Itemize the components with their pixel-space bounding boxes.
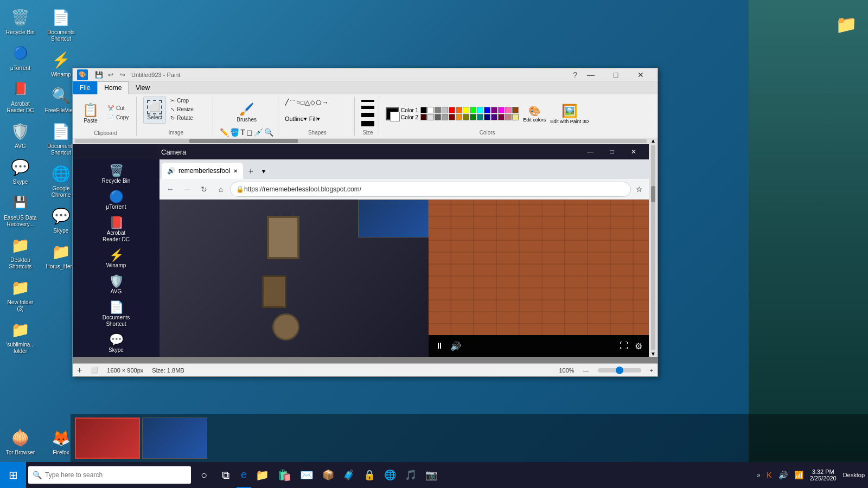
zoom-thumb[interactable] <box>616 367 623 374</box>
shape-oval[interactable]: ○ <box>296 99 300 114</box>
desktop-icon-avg[interactable]: 🛡️ AVG <box>2 118 40 152</box>
taskbar-app-vlc[interactable]: 🎵 <box>400 462 421 488</box>
palette-blue[interactable] <box>484 107 490 113</box>
eraser-icon[interactable]: ◻ <box>246 128 253 137</box>
taskbar-app-amazon[interactable]: 📦 <box>318 462 339 488</box>
undo-qa-btn[interactable]: ↩ <box>105 69 116 80</box>
nested-new-tab-btn[interactable]: + <box>243 164 258 179</box>
taskbar-app-tripadvisor[interactable]: 🧳 <box>339 462 359 488</box>
shape-triangle[interactable]: △ <box>305 99 310 114</box>
tab-home[interactable]: Home <box>97 81 129 94</box>
inner-utorrent[interactable]: 🔵 μTorrent <box>99 188 133 213</box>
taskbar-cortana[interactable]: ○ <box>193 462 215 488</box>
shape-diamond[interactable]: ◇ <box>310 99 315 114</box>
size-1[interactable] <box>361 100 374 102</box>
inner-skype[interactable]: 💬 Skype <box>99 331 133 356</box>
paint-close-btn[interactable]: ✕ <box>628 66 653 84</box>
palette-navy[interactable] <box>484 114 490 120</box>
palette-dkgreen[interactable] <box>470 114 476 120</box>
tab-file[interactable]: File <box>73 81 97 94</box>
taskbar-app-browser2[interactable]: 🌐 <box>380 462 400 488</box>
nested-forward-btn[interactable]: → <box>180 182 195 197</box>
edit-paint3d-btn[interactable]: 🖼️ Edit with Paint 3D <box>550 104 589 124</box>
palette-green[interactable] <box>470 107 476 113</box>
volume-tray[interactable]: 🔊 <box>775 462 791 488</box>
palette-medgray[interactable] <box>442 114 448 120</box>
palette-yellow[interactable] <box>463 107 469 113</box>
cut-btn[interactable]: ✂️ Cut <box>104 104 132 112</box>
edit-colors-btn[interactable]: 🎨 Edit colors <box>523 105 546 123</box>
palette-indigo[interactable] <box>491 114 497 120</box>
brushes-btn[interactable]: 🖌️ Brushes <box>233 99 260 126</box>
nested-address-bar[interactable]: 🔒 https://rememeberlessfool.blogspot.com… <box>230 182 631 197</box>
palette-maroon[interactable] <box>449 114 455 120</box>
desktop-btn[interactable]: Desktop <box>840 462 868 488</box>
size-3[interactable] <box>361 113 374 117</box>
thumb-2[interactable] <box>142 418 207 459</box>
palette-cyan[interactable] <box>477 107 483 113</box>
palette-orange[interactable] <box>456 107 462 113</box>
zoom-slider[interactable] <box>598 368 641 373</box>
color2-swatch[interactable] <box>390 112 400 121</box>
zoom-in-btn[interactable]: + <box>77 365 82 375</box>
palette-teal[interactable] <box>477 114 483 120</box>
clock-tray[interactable]: 3:32 PM 2/25/2020 <box>807 462 840 488</box>
taskbar-app-camera[interactable]: 📷 <box>421 462 442 488</box>
fullscreen-btn[interactable]: ⛶ <box>620 341 628 351</box>
pencil-icon[interactable]: ✏️ <box>220 128 229 137</box>
palette-gray[interactable] <box>435 107 441 113</box>
palette-red[interactable] <box>449 107 455 113</box>
size-2[interactable] <box>361 106 374 109</box>
nested-tab-more[interactable]: ▾ <box>258 164 269 179</box>
shape-arrow[interactable]: → <box>322 99 328 114</box>
tab-view[interactable]: View <box>129 81 157 94</box>
taskbar-app-mail[interactable]: ✉️ <box>296 462 318 488</box>
palette-darkorange[interactable] <box>456 114 462 120</box>
inner-acrobat[interactable]: 📕 Acrobat Reader DC <box>99 214 133 245</box>
cam-min-btn[interactable]: — <box>579 144 601 159</box>
desktop-icon-skype[interactable]: 💬 Skype <box>2 154 40 188</box>
palette-white[interactable] <box>427 107 434 113</box>
text-icon[interactable]: T <box>240 128 245 137</box>
desktop-icon-tor[interactable]: 🧅 Tor Browser <box>2 425 40 458</box>
size-4[interactable] <box>361 121 374 126</box>
h-scrollbar-thumb[interactable] <box>189 139 298 143</box>
desktop-icon-recycle-bin[interactable]: 🗑️ Recycle Bin <box>2 4 40 38</box>
shape-rect[interactable]: □ <box>301 99 304 114</box>
cam-close-btn[interactable]: ✕ <box>623 144 644 159</box>
volume-btn[interactable]: 🔊 <box>450 341 461 351</box>
desktop-icon-new-folder[interactable]: 📁 New folder (3) <box>2 274 40 314</box>
v-scroll-down[interactable]: ▼ <box>650 351 656 357</box>
palette-khaki[interactable] <box>512 114 519 120</box>
inner-docs[interactable]: 📄 Documents Shortcut <box>99 298 133 330</box>
save-qa-btn[interactable]: 💾 <box>93 69 104 80</box>
start-button[interactable]: ⊞ <box>0 462 26 488</box>
redo-qa-btn[interactable]: ↪ <box>117 69 128 80</box>
palette-rose[interactable] <box>505 114 512 120</box>
v-scrollbar-thumb[interactable] <box>651 186 655 202</box>
inner-winamp[interactable]: ⚡ Winamp <box>99 246 133 271</box>
magnify-icon[interactable]: 🔍 <box>264 128 273 137</box>
inner-avg[interactable]: 🛡️ AVG <box>99 272 133 297</box>
palette-ltgray[interactable] <box>442 107 448 113</box>
zoom-minus-btn[interactable]: — <box>583 367 589 374</box>
palette-purple[interactable] <box>491 107 497 113</box>
paint-minimize-btn[interactable]: — <box>578 66 603 84</box>
v-scroll-up[interactable]: ▲ <box>650 138 656 144</box>
desktop-icon-desktop-shortcuts[interactable]: 📁 Desktop Shortcuts <box>2 232 40 272</box>
resize-btn[interactable]: ⤡ Resize <box>167 105 197 113</box>
nested-back-btn[interactable]: ← <box>163 182 178 197</box>
eyedropper-icon[interactable]: 💉 <box>254 128 263 137</box>
utorrent-top-right-icon[interactable]: 📁 <box>825 0 868 49</box>
taskbar-task-view[interactable]: ⧉ <box>215 462 237 488</box>
thumb-1[interactable] <box>75 418 140 459</box>
crop-btn[interactable]: ✂ Crop <box>167 97 197 105</box>
taskbar-app-vpn[interactable]: 🔒 <box>359 462 380 488</box>
copy-btn[interactable]: 📄 Copy <box>104 113 132 121</box>
taskbar-search-box[interactable]: 🔍 <box>28 466 191 484</box>
palette-magenta[interactable] <box>498 107 505 113</box>
h-scrollbar[interactable] <box>73 138 649 144</box>
nested-tab-close[interactable]: ✕ <box>233 168 238 174</box>
nested-tab[interactable]: 🔊 rememberlessfool ✕ <box>162 163 243 179</box>
desktop-icon-docs-shortcut[interactable]: 📄 Documents Shortcut <box>42 4 80 44</box>
